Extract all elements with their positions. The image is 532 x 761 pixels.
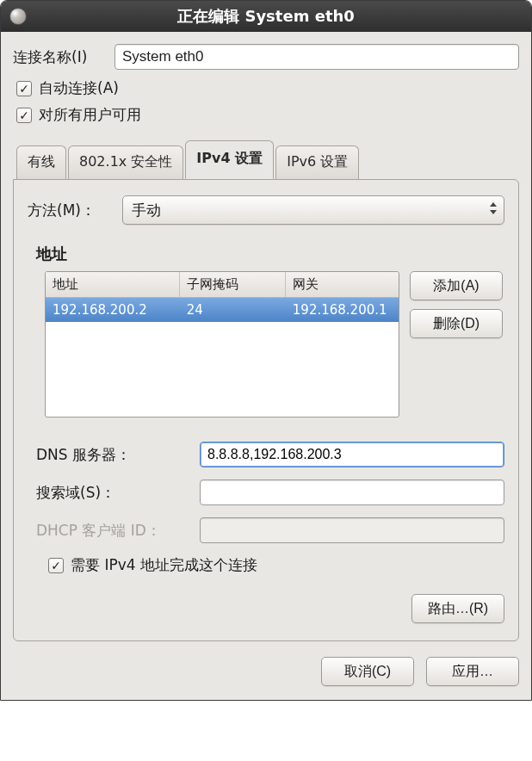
method-combo[interactable]: 手动 — [122, 195, 504, 225]
dns-input[interactable] — [200, 442, 504, 467]
dns-label: DNS 服务器： — [36, 445, 200, 465]
require-ipv4-label: 需要 IPv4 地址完成这个连接 — [71, 555, 257, 575]
tab-security[interactable]: 802.1x 安全性 — [68, 145, 183, 180]
updown-icon — [488, 201, 498, 220]
tab-ipv6[interactable]: IPv6 设置 — [275, 145, 359, 180]
addresses-header: 地址 子网掩码 网关 — [46, 272, 399, 298]
dhcp-id-row: DHCP 客户端 ID： — [28, 517, 504, 543]
dhcp-id-label: DHCP 客户端 ID： — [36, 521, 200, 541]
search-label: 搜索域(S)： — [36, 483, 200, 503]
connection-name-label: 连接名称(I) — [13, 47, 114, 67]
dialog-buttons: 取消(C) 应用… — [1, 647, 531, 700]
table-row[interactable]: 192.168.200.2 24 192.168.200.1 — [46, 298, 399, 322]
connection-name-row: 连接名称(I) — [13, 44, 519, 70]
window-title: 正在编辑 System eth0 — [177, 6, 355, 27]
tab-ipv4[interactable]: IPv4 设置 — [185, 140, 274, 179]
ipv4-panel: 方法(M)： 手动 地址 地址 子网掩码 网关 — [13, 179, 519, 641]
search-input[interactable] — [200, 479, 504, 505]
method-label: 方法(M)： — [28, 201, 122, 220]
addresses-table[interactable]: 地址 子网掩码 网关 192.168.200.2 24 192.168.200.… — [45, 271, 399, 418]
dns-row: DNS 服务器： — [28, 442, 504, 467]
addresses-buttons: 添加(A) 删除(D) — [410, 271, 503, 418]
method-row: 方法(M)： 手动 — [28, 195, 504, 225]
auto-connect-checkbox[interactable] — [16, 81, 32, 96]
auto-connect-label: 自动连接(A) — [39, 78, 119, 98]
search-row: 搜索域(S)： — [28, 479, 504, 505]
auto-connect-row[interactable]: 自动连接(A) — [16, 78, 519, 98]
col-gateway[interactable]: 网关 — [286, 272, 399, 297]
tab-wired[interactable]: 有线 — [16, 145, 66, 180]
all-users-row[interactable]: 对所有用户可用 — [16, 105, 519, 125]
connection-flags: 自动连接(A) 对所有用户可用 — [16, 78, 519, 125]
cell-address[interactable]: 192.168.200.2 — [46, 298, 180, 322]
tab-bar: 有线 802.1x 安全性 IPv4 设置 IPv6 设置 — [13, 140, 519, 179]
dhcp-id-input — [200, 517, 504, 543]
addresses-rows: 192.168.200.2 24 192.168.200.1 — [46, 298, 399, 417]
addresses-heading: 地址 — [36, 244, 504, 264]
col-netmask[interactable]: 子网掩码 — [180, 272, 286, 297]
cancel-button[interactable]: 取消(C) — [321, 657, 414, 686]
window-menu-icon[interactable] — [9, 8, 27, 25]
all-users-label: 对所有用户可用 — [39, 105, 141, 125]
routes-row: 路由…(R) — [28, 594, 504, 623]
routes-button[interactable]: 路由…(R) — [411, 594, 504, 623]
addresses-area: 地址 子网掩码 网关 192.168.200.2 24 192.168.200.… — [28, 271, 504, 418]
require-ipv4-checkbox[interactable] — [48, 558, 64, 573]
cell-gateway[interactable]: 192.168.200.1 — [286, 298, 399, 322]
titlebar: 正在编辑 System eth0 — [1, 1, 531, 32]
method-value: 手动 — [132, 201, 161, 220]
window: 正在编辑 System eth0 连接名称(I) 自动连接(A) 对所有用户可用… — [0, 0, 532, 701]
connection-name-input[interactable] — [114, 44, 519, 70]
all-users-checkbox[interactable] — [16, 108, 32, 123]
apply-button[interactable]: 应用… — [426, 657, 519, 686]
cell-netmask[interactable]: 24 — [180, 298, 286, 322]
require-ipv4-row[interactable]: 需要 IPv4 地址完成这个连接 — [48, 555, 504, 575]
add-button[interactable]: 添加(A) — [410, 271, 503, 300]
dialog-content: 连接名称(I) 自动连接(A) 对所有用户可用 有线 802.1x 安全性 IP… — [1, 32, 531, 647]
col-address[interactable]: 地址 — [46, 272, 180, 297]
remove-button[interactable]: 删除(D) — [410, 309, 503, 338]
